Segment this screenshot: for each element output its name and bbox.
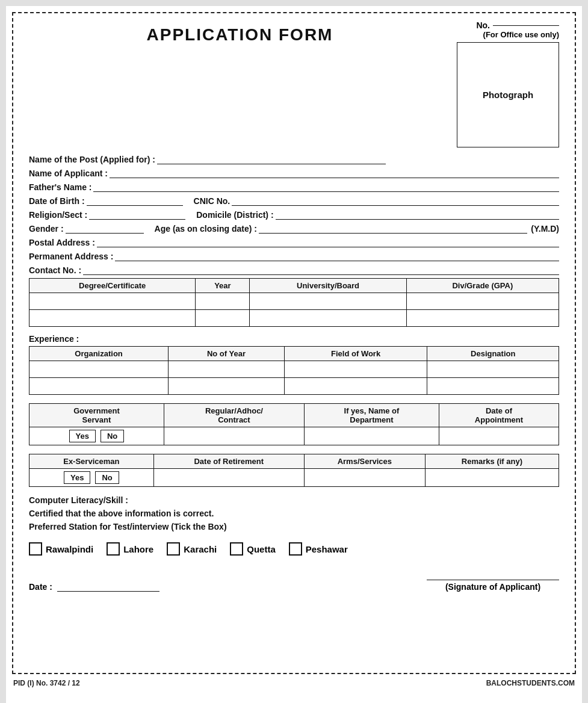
domicile-field[interactable]: [276, 209, 559, 220]
photograph-label: Photograph: [483, 90, 533, 100]
photograph-box: Photograph: [457, 42, 559, 147]
checkbox-peshawar[interactable]: [289, 542, 302, 556]
postal-field[interactable]: [97, 237, 559, 247]
station-label-karachi: Karachi: [184, 544, 217, 554]
station-peshawar[interactable]: Peshawar: [289, 542, 348, 556]
exp-cell[interactable]: [284, 361, 427, 378]
exsvc-yn-cell: Yes No: [29, 469, 154, 487]
applicant-label: Name of Applicant :: [29, 169, 108, 178]
office-use-label: (For Office use only): [483, 30, 559, 39]
govt-servant-table: Government Servant Regular/Adhoc/ Contra…: [29, 403, 559, 445]
station-lahore[interactable]: Lahore: [107, 542, 153, 556]
gender-field[interactable]: [66, 223, 144, 234]
father-label: Father's Name :: [29, 182, 91, 192]
govt-appt-cell[interactable]: [439, 427, 559, 445]
date-field[interactable]: [57, 581, 159, 592]
post-label: Name of the Post (Applied for) :: [29, 155, 155, 164]
station-checkboxes: Rawalpindi Lahore Karachi Quetta Peshawa…: [29, 542, 559, 556]
exsvc-header-1: Date of Retirement: [153, 454, 304, 469]
certified-label: Certified that the above information is …: [29, 509, 214, 518]
table-row: [29, 361, 559, 378]
edu-cell[interactable]: [250, 310, 406, 327]
signature-line: [427, 580, 559, 580]
permanent-field[interactable]: [115, 250, 559, 261]
govt-header-2: If yes, Name of Department: [305, 404, 439, 427]
date-label: Date :: [29, 582, 52, 592]
station-label-lahore: Lahore: [123, 544, 153, 554]
exsvc-header-2: Arms/Services: [304, 454, 425, 469]
preferred-station-label: Preferred Station for Test/interview (Ti…: [29, 522, 227, 531]
exp-header-1: No of Year: [169, 347, 285, 361]
exsvc-arms-cell[interactable]: [304, 469, 425, 487]
permanent-label: Permanent Address :: [29, 252, 113, 261]
govt-dept-cell[interactable]: [305, 427, 439, 445]
exsvc-yes-button[interactable]: Yes: [64, 471, 90, 484]
govt-header-0: Government Servant: [29, 404, 164, 427]
post-field[interactable]: [157, 153, 386, 164]
checkbox-lahore[interactable]: [107, 542, 120, 556]
exp-header-0: Organization: [29, 347, 169, 361]
station-rawalpindi[interactable]: Rawalpindi: [29, 542, 93, 556]
exp-cell[interactable]: [169, 361, 285, 378]
table-row: [29, 310, 559, 327]
table-row: Yes No: [29, 427, 559, 445]
exp-cell[interactable]: [427, 378, 559, 395]
father-field[interactable]: [93, 181, 559, 192]
exp-cell[interactable]: [169, 378, 285, 395]
table-row: [29, 293, 559, 310]
checkbox-karachi[interactable]: [167, 542, 180, 556]
cnic-label: CNIC No.: [194, 196, 231, 206]
religion-field[interactable]: [89, 209, 185, 220]
edu-cell[interactable]: [250, 293, 406, 310]
exsvc-header-3: Remarks (if any): [425, 454, 559, 469]
exp-cell[interactable]: [284, 378, 427, 395]
edu-header-0: Degree/Certificate: [29, 279, 196, 293]
ymd-label: (Y.M.D): [531, 224, 559, 234]
exp-cell[interactable]: [427, 361, 559, 378]
dob-label: Date of Birth :: [29, 196, 85, 206]
table-row: [29, 378, 559, 395]
govt-contract-cell[interactable]: [164, 427, 304, 445]
station-karachi[interactable]: Karachi: [167, 542, 217, 556]
exp-cell[interactable]: [29, 361, 169, 378]
cnic-field[interactable]: [232, 195, 559, 206]
age-label: Age (as on closing date) :: [155, 224, 257, 234]
contact-field[interactable]: [83, 264, 559, 275]
exsvc-retirement-cell[interactable]: [153, 469, 304, 487]
edu-cell[interactable]: [406, 310, 559, 327]
website-label: BALOCHSTUDENTS.COM: [486, 679, 575, 687]
station-quetta[interactable]: Quetta: [230, 542, 276, 556]
station-label-rawalpindi: Rawalpindi: [46, 544, 93, 554]
age-field[interactable]: [259, 223, 527, 234]
edu-cell[interactable]: [29, 293, 196, 310]
exp-header-3: Designation: [427, 347, 559, 361]
govt-no-button[interactable]: No: [101, 430, 124, 442]
exsvc-no-button[interactable]: No: [95, 471, 119, 484]
exp-header-2: Field of Work: [284, 347, 427, 361]
checkbox-rawalpindi[interactable]: [29, 542, 42, 556]
govt-yes-button[interactable]: Yes: [69, 430, 96, 442]
no-label: No.: [476, 20, 490, 30]
exsvc-remarks-cell[interactable]: [425, 469, 559, 487]
govt-header-1: Regular/Adhoc/ Contract: [164, 404, 304, 427]
govt-header-3: Date of Appointment: [439, 404, 559, 427]
edu-header-1: Year: [196, 279, 250, 293]
edu-header-2: University/Board: [250, 279, 406, 293]
pid-label: PID (I) No. 3742 / 12: [13, 679, 80, 687]
checkbox-quetta[interactable]: [230, 542, 243, 556]
edu-cell[interactable]: [196, 310, 250, 327]
religion-label: Religion/Sect :: [29, 210, 87, 220]
page-title: APPLICATION FORM: [29, 25, 451, 45]
edu-cell[interactable]: [406, 293, 559, 310]
applicant-field[interactable]: [110, 167, 559, 178]
table-row: Yes No: [29, 469, 559, 487]
gender-label: Gender :: [29, 224, 64, 234]
govt-yn-cell: Yes No: [29, 427, 164, 445]
experience-label: Experience :: [29, 334, 559, 344]
exp-cell[interactable]: [29, 378, 169, 395]
edu-cell[interactable]: [29, 310, 196, 327]
edu-header-3: Div/Grade (GPA): [406, 279, 559, 293]
dob-field[interactable]: [87, 195, 183, 206]
exservice-table: Ex-Serviceman Date of Retirement Arms/Se…: [29, 454, 559, 487]
edu-cell[interactable]: [196, 293, 250, 310]
